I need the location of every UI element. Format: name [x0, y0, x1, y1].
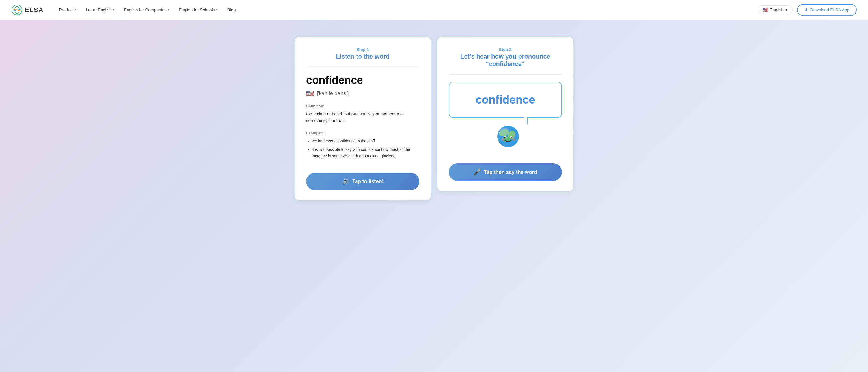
- nav-learn-english[interactable]: Learn English ▾: [82, 5, 118, 15]
- tap-say-button[interactable]: 🎤 Tap then say the word: [449, 163, 562, 181]
- learn-english-chevron-icon: ▾: [113, 8, 114, 11]
- example-item: we had every confidence in the staff: [312, 138, 419, 144]
- microphone-icon: 🎤: [473, 168, 481, 176]
- companies-chevron-icon: ▾: [168, 8, 169, 11]
- us-flag-icon: 🇺🇸: [306, 90, 314, 97]
- step2-title: Let's hear how you pronounce "confidence…: [449, 53, 562, 68]
- nav-blog[interactable]: Blog: [223, 5, 240, 15]
- svg-point-11: [512, 137, 512, 138]
- download-button[interactable]: ⬇ Download ELSA App: [797, 4, 857, 16]
- logo[interactable]: ELSA: [11, 4, 44, 16]
- navbar-links: Product ▾ Learn English ▾ English for Co…: [55, 5, 758, 15]
- word-display: confidence: [306, 74, 419, 86]
- step1-title: Listen to the word: [306, 53, 419, 60]
- mascot-globe: [494, 121, 522, 149]
- svg-point-8: [504, 137, 506, 138]
- bubble-word: confidence: [475, 93, 535, 106]
- svg-point-5: [498, 128, 509, 136]
- tap-listen-button[interactable]: 🔊 Tap to listen!: [306, 173, 419, 190]
- navbar-right: 🇺🇸 English ▾ ⬇ Download ELSA App: [758, 4, 857, 16]
- elsa-logo-icon: [11, 4, 23, 16]
- card1-divider: [306, 67, 419, 67]
- language-selector[interactable]: 🇺🇸 English ▾: [758, 5, 792, 15]
- step1-label: Step 1: [306, 47, 419, 52]
- definition-text: the feeling or belief that one can rely …: [306, 110, 419, 124]
- step2-label: Step 2: [449, 47, 562, 52]
- mascot-container: [488, 121, 522, 149]
- speaker-icon: 🔊: [342, 178, 349, 185]
- pronunciation-row: 🇺🇸 ['kan.fə.dəns ]: [306, 90, 419, 97]
- logo-text: ELSA: [25, 6, 44, 13]
- lang-chevron-icon: ▾: [785, 7, 788, 12]
- card-step2: Step 2 Let's hear how you pronounce "con…: [437, 37, 573, 191]
- schools-chevron-icon: ▾: [216, 8, 217, 11]
- tap-say-label: Tap then say the word: [484, 169, 537, 175]
- navbar: ELSA Product ▾ Learn English ▾ English f…: [0, 0, 868, 20]
- tap-listen-label: Tap to listen!: [352, 179, 384, 184]
- svg-point-13: [512, 138, 516, 141]
- speech-bubble-container: confidence: [449, 82, 562, 158]
- nav-english-schools[interactable]: English for Schools ▾: [175, 5, 221, 15]
- examples-label: Examples:: [306, 131, 419, 135]
- card-step1: Step 1 Listen to the word confidence 🇺🇸 …: [295, 37, 431, 200]
- svg-point-12: [501, 138, 504, 141]
- example-item: it is not possible to say with confidenc…: [312, 146, 419, 159]
- main-content: Step 1 Listen to the word confidence 🇺🇸 …: [0, 20, 868, 372]
- nav-product[interactable]: Product ▾: [55, 5, 80, 15]
- definition-label: Definition:: [306, 104, 419, 108]
- examples-list: we had every confidence in the staff it …: [306, 138, 419, 161]
- phonetic-text: ['kan.fə.dəns ]: [317, 90, 349, 96]
- flag-icon: 🇺🇸: [763, 7, 768, 12]
- svg-point-9: [511, 137, 513, 138]
- card2-divider: [449, 75, 562, 75]
- download-label: Download ELSA App: [810, 7, 849, 12]
- product-chevron-icon: ▾: [75, 8, 76, 11]
- download-icon: ⬇: [804, 7, 808, 12]
- language-label: English: [770, 7, 783, 12]
- speech-bubble: confidence: [449, 82, 562, 118]
- svg-point-10: [505, 137, 505, 138]
- nav-english-companies[interactable]: English for Companies ▾: [120, 5, 173, 15]
